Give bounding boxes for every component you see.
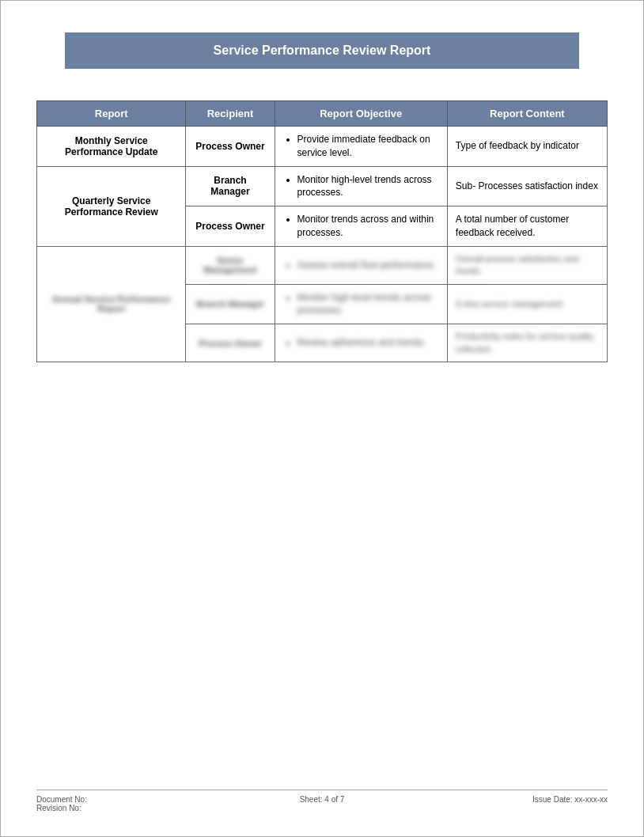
content-quarterly-po: A total number of customer feedback rece… [447,206,607,247]
recipient-annual-bm: Branch Manager [186,284,275,324]
page-title: Service Performance Review Report [65,32,579,69]
col-header-objective: Report Objective [275,101,447,127]
col-header-recipient: Recipient [186,101,275,127]
report-name-monthly: Monthly Service Performance Update [37,127,186,167]
content-quarterly-bm: Sub- Processes satisfaction index [447,166,607,206]
objective-annual-sm: Assess overall flow performance. [275,246,447,284]
recipient-annual-po: Process Owner [186,324,275,362]
table-row: Quarterly Service Performance Review Bra… [37,166,608,206]
report-name-annual: Annual Service Performance Report [37,246,186,362]
revision-no-label: Revision No: [36,804,227,812]
recipient-quarterly-bm: Branch Manager [186,166,275,206]
report-name-quarterly: Quarterly Service Performance Review [37,166,186,246]
objective-annual-po: Review adherence and trends. [275,324,447,362]
content-monthly: Type of feedback by indicator [447,127,607,167]
footer-left: Document No: Revision No: [36,795,227,812]
footer-center: Sheet: 4 of 7 [227,795,418,812]
sheet-label: Sheet: 4 of 7 [227,795,418,804]
recipient-annual-sm: Senior Management [186,246,275,284]
table-row: Monthly Service Performance Update Proce… [37,127,608,167]
main-table: Report Recipient Report Objective Report… [36,100,608,362]
footer-right: Issue Date: xx-xxx-xx [417,795,608,812]
content-annual-po: Productivity index for service quality c… [447,324,607,362]
objective-monthly: Provide immediate feedback on service le… [275,127,447,167]
content-annual-bm: In-line service management [447,284,607,324]
col-header-report: Report [37,101,186,127]
objective-annual-bm: Monitor high level trends across process… [275,284,447,324]
col-header-content: Report Content [447,101,607,127]
page: Service Performance Review Report Report… [0,0,644,837]
footer: Document No: Revision No: Sheet: 4 of 7 … [36,790,608,812]
issue-date-label: Issue Date: xx-xxx-xx [417,795,608,804]
objective-quarterly-po: Monitor trends across and within process… [275,206,447,247]
recipient-monthly: Process Owner [186,127,275,167]
content-annual-sm: Overall process satisfaction and trends. [447,246,607,284]
objective-quarterly-bm: Monitor high-level trends across process… [275,166,447,206]
recipient-quarterly-po: Process Owner [186,206,275,247]
table-row: Annual Service Performance Report Senior… [37,246,608,284]
document-no-label: Document No: [36,795,227,804]
